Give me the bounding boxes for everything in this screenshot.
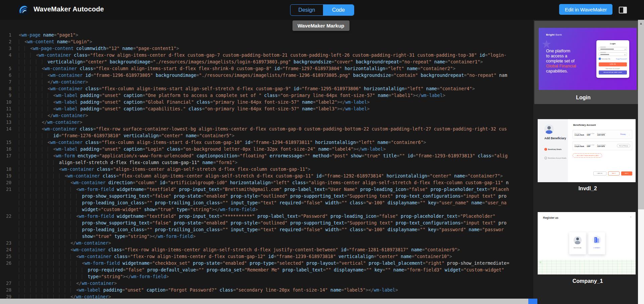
- code-text: prop-leading_icon_class="" prop-trailing…: [19, 226, 533, 233]
- code-row: 12 </wm-container>: [0, 112, 533, 119]
- mode-toggle: Design Code: [290, 4, 354, 16]
- mini-signup-hint: Don't have an account?: [596, 68, 629, 69]
- page-label-invdl2[interactable]: Invdl_2: [539, 186, 637, 192]
- line-number: 19: [0, 173, 19, 180]
- line-number: 24: [0, 247, 19, 253]
- code-text: <wm-container class="flex-row align-item…: [19, 253, 533, 260]
- code-row: 26 <wm-form-field widgetname="checkbox_s…: [0, 260, 533, 267]
- code-text: <wm-container direction="column" id="art…: [19, 180, 533, 186]
- set-as-primary-button: Set as Primary: [617, 144, 630, 148]
- line-number: 20: [0, 180, 19, 186]
- back-button: BACK: [608, 171, 620, 175]
- page-label-login[interactable]: Login: [534, 95, 632, 101]
- individual-option-card: INDIVIDUAL: [569, 232, 586, 254]
- page-label-company1[interactable]: Company_1: [539, 278, 637, 284]
- invdl2-page-thumbnail[interactable]: Add Beneficiary 1 Beneficiary Details 2 …: [538, 119, 636, 182]
- login-headline: One platform to access a complete set of…: [546, 49, 576, 74]
- code-row: 10 <wm-label padding="unset" caption="Gl…: [0, 99, 533, 106]
- code-row: prop-show_supporting_text="false" prop-s…: [0, 220, 533, 226]
- line-number: 22: [0, 213, 19, 220]
- line-number: [0, 159, 19, 166]
- code-row: 15 <wm-container class="flex-column alig…: [0, 139, 533, 146]
- sidebar-scrollbar[interactable]: ▲: [638, 20, 644, 304]
- line-number: 1: [0, 32, 19, 39]
- code-row: 22 <wm-form-field widgetname="textfield"…: [0, 213, 533, 220]
- person-icon: [574, 236, 582, 244]
- code-text: </wm-container>: [19, 79, 533, 86]
- tab-code[interactable]: Code: [323, 5, 354, 15]
- code-row: prop-show_supporting_text="false" prop-s…: [0, 193, 533, 200]
- line-number: 8: [0, 86, 19, 92]
- line-number: 14: [0, 126, 19, 133]
- code-row: 21 <wm-form-field widgetname="textfield"…: [0, 186, 533, 193]
- sidebar-scrollbar-thumb[interactable]: [638, 20, 644, 209]
- line-number: 23: [0, 240, 19, 247]
- code-text: <wm-form-field widgetname="textfield" pr…: [19, 213, 533, 220]
- code-text: <wm-container class="flex-column align-i…: [19, 65, 533, 72]
- code-row: prop-leading_icon_class="" prop-trailing…: [0, 226, 533, 233]
- page-card-login[interactable]: ★ ★ Bright Bank One platform to access a…: [534, 21, 638, 104]
- line-number: 21: [0, 186, 19, 193]
- next-button: NEXT: [621, 171, 632, 175]
- code-editor[interactable]: 1<wm-page name="page1">2 <wm-content nam…: [0, 20, 533, 299]
- code-text: </wm-container>: [19, 280, 533, 287]
- mini-remember-row: ✓ Remember Me Forgot Password?: [599, 58, 627, 60]
- code-text: </wm-container>: [19, 240, 533, 247]
- register-as-title: Register as: [543, 216, 558, 219]
- login-page-thumbnail[interactable]: ★ ★ Bright Bank One platform to access a…: [539, 28, 637, 90]
- wavemaker-logo-icon: [17, 4, 29, 15]
- tab-design[interactable]: Design: [290, 5, 323, 15]
- code-row: type="string"></wm-form-field>: [0, 273, 533, 280]
- code-row: 8 <wm-container class="flex-column align…: [0, 86, 533, 92]
- company-option-card: COMPANY: [588, 232, 605, 254]
- headline-line: One platform: [546, 49, 576, 54]
- beneficiary-account-heading: Beneficiary Account: [573, 124, 596, 126]
- line-number: 7: [0, 79, 19, 86]
- code-text: <wm-container class="flex-row align-item…: [19, 52, 533, 59]
- scroll-up-arrow-icon[interactable]: ▲: [639, 21, 643, 25]
- edit-in-wavemaker-button[interactable]: Edit in WaveMaker: [559, 4, 612, 15]
- line-number: 25: [0, 253, 19, 260]
- code-text: prop-required="false" prop-default_value…: [19, 267, 533, 273]
- horizontal-scrollbar[interactable]: [0, 299, 533, 304]
- brand-light: Bank: [555, 33, 562, 36]
- code-row: 20 <wm-container direction="column" id="…: [0, 180, 533, 186]
- mini-forgot-link: Forgot Password?: [616, 58, 627, 60]
- scrollbar-corner: [528, 299, 537, 304]
- line-number: [0, 133, 19, 139]
- code-text: <wm-label padding="unset" caption="Forgo…: [19, 287, 533, 294]
- line-number: [0, 200, 19, 206]
- code-row: 24 <wm-container class="flex-row align-i…: [0, 247, 533, 253]
- code-text: </wm-container>: [19, 119, 533, 126]
- code-row: 19 <wm-container class="flex-column alig…: [0, 173, 533, 180]
- code-row: prop-required="false" prop-default_value…: [0, 267, 533, 273]
- code-row: 28 <wm-label padding="unset" caption="Fo…: [0, 287, 533, 294]
- code-row: 2 <wm-content name="Login">: [0, 39, 533, 45]
- beneficiary-left-panel: Add Beneficiary 1 Beneficiary Details 2 …: [538, 119, 568, 182]
- code-text: <wm-container class="flex-column align-i…: [19, 86, 533, 92]
- line-number: 3: [0, 45, 19, 52]
- code-row: 18 <wm-container class="align-items-cent…: [0, 166, 533, 173]
- building-icon: [592, 236, 601, 244]
- code-text: <wm-container class="flex-column align-i…: [19, 173, 533, 180]
- eye-icon: ◎: [624, 53, 626, 55]
- panel-toggle-icon[interactable]: [619, 7, 627, 13]
- headline-line: to access a: [546, 54, 576, 59]
- line-number: 2: [0, 39, 19, 45]
- step-beneficiary-account-details: 2 Beneficiary Account Details: [544, 157, 567, 159]
- company1-page-thumbnail[interactable]: Register as × INDIVIDUAL COMPANY: [538, 212, 636, 274]
- line-number: 15: [0, 139, 19, 146]
- code-text: prop-leading_icon_class="" prop-trailing…: [19, 200, 533, 206]
- code-row: widget="custom-widget" show="true" type=…: [0, 206, 533, 213]
- code-text: <wm-container class="align-items-center …: [19, 166, 533, 173]
- headline-line: complete set of: [546, 59, 576, 64]
- add-another-beneficiary-button: + ADD ANOTHER BENEFICIARY: [573, 153, 602, 158]
- code-text: <wm-page-content columnwidth="12" name="…: [19, 45, 533, 52]
- line-number: 9: [0, 92, 19, 99]
- line-number: [0, 206, 19, 213]
- code-text: <wm-label padding="unset" caption="Login…: [19, 146, 533, 153]
- mini-password-field: ◎: [599, 52, 627, 56]
- code-row: 7 </wm-container>: [0, 79, 533, 86]
- add-beneficiary-title: Add Beneficiary: [544, 137, 566, 140]
- bank-value: Lloyds Bank: [575, 146, 584, 147]
